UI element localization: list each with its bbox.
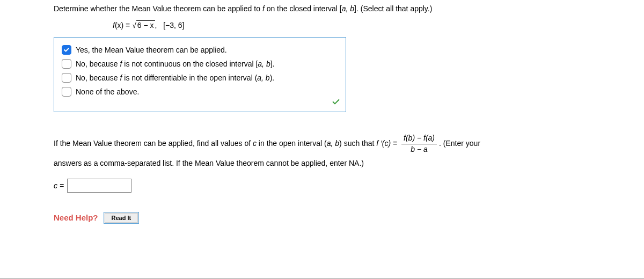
instruction-text: If the Mean Value theorem can be applied… <box>54 134 590 173</box>
prompt-text-b: on the closed interval [ <box>265 4 342 13</box>
answer-row: c = <box>54 179 590 193</box>
checkbox-2[interactable] <box>62 73 71 83</box>
answer-input[interactable] <box>67 179 131 193</box>
correct-check-icon <box>332 98 340 108</box>
option-label-1: No, because f is not continuous on the c… <box>76 60 274 68</box>
option-row-0: Yes, the Mean Value theorem can be appli… <box>62 43 338 57</box>
fraction-denominator: b − a <box>401 144 437 153</box>
option-row-2: No, because f is not differentiable in t… <box>62 71 338 85</box>
checkbox-1[interactable] <box>62 59 71 69</box>
checkbox-0[interactable] <box>62 45 71 55</box>
option-row-1: No, because f is not continuous on the c… <box>62 57 338 71</box>
prompt-text-a: Determine whether the Mean Value theorem… <box>54 4 262 13</box>
prompt-text-c: ]. (Select all that apply.) <box>354 4 432 13</box>
func-lhs-paren: (x) = <box>115 21 132 30</box>
read-it-button[interactable]: Read It <box>104 212 140 224</box>
func-interval: [−3, 6] <box>163 21 184 30</box>
option-label-0: Yes, the Mean Value theorem can be appli… <box>76 46 227 54</box>
prompt-ab: a, b <box>342 4 354 13</box>
function-definition: f(x) = √6 − x, [−3, 6] <box>113 20 590 30</box>
options-container: Yes, the Mean Value theorem can be appli… <box>54 37 346 112</box>
check-icon <box>63 47 70 53</box>
func-sep: , <box>155 21 157 30</box>
need-help-label: Need Help? <box>54 213 98 222</box>
fraction: f(b) − f(a)b − a <box>401 134 437 153</box>
option-label-2: No, because f is not differentiable in t… <box>76 74 274 82</box>
question-prompt: Determine whether the Mean Value theorem… <box>54 4 590 13</box>
radicand: 6 − x <box>136 20 155 30</box>
option-label-3: None of the above. <box>76 87 139 96</box>
checkbox-3[interactable] <box>62 87 71 97</box>
help-row: Need Help? Read It <box>54 212 590 224</box>
fraction-numerator: f(b) − f(a) <box>401 134 437 144</box>
sqrt-expression: √6 − x <box>132 20 155 30</box>
answer-label: c = <box>54 181 64 190</box>
option-row-3: None of the above. <box>62 85 338 99</box>
